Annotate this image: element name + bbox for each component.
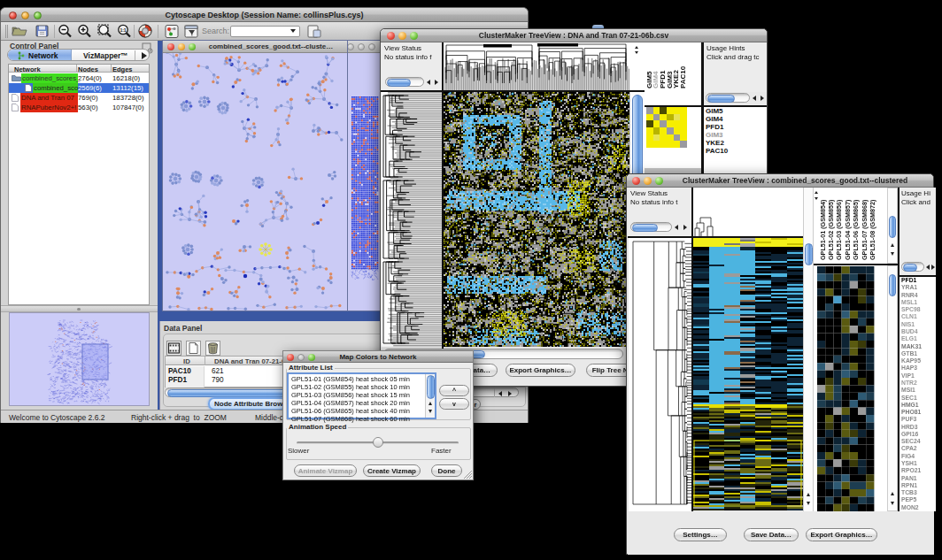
svg-text:1:1: 1:1: [120, 27, 126, 33]
